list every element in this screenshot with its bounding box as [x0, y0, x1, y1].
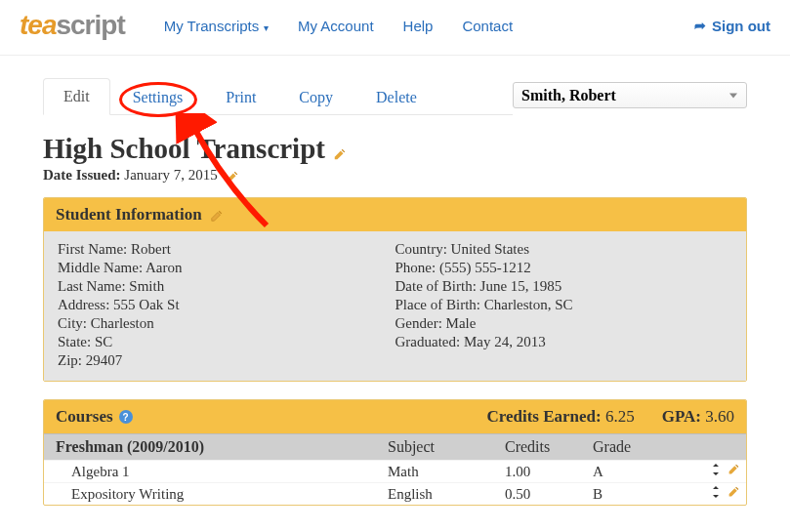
- nav-my-transcripts-label: My Transcripts: [164, 18, 260, 34]
- student-info-body: First Name: Robert Middle Name: Aaron La…: [44, 231, 746, 381]
- city-value: Charleston: [91, 315, 154, 331]
- tab-copy[interactable]: Copy: [278, 79, 353, 115]
- gender-value: Male: [446, 315, 477, 331]
- zip-value: 29407: [86, 352, 123, 368]
- nav-my-account[interactable]: My Account: [298, 18, 374, 34]
- col-grade: Grade: [593, 438, 681, 456]
- edit-course-icon[interactable]: [728, 463, 740, 480]
- logo-part1: tea: [20, 10, 56, 40]
- sign-out-icon: ➦: [694, 18, 706, 33]
- col-subject: Subject: [388, 438, 505, 456]
- date-issued: Date Issued: January 7, 2015: [43, 167, 747, 184]
- student-select[interactable]: Smith, Robert: [513, 82, 747, 108]
- course-grade: B: [593, 486, 681, 503]
- graduated-value: May 24, 2013: [464, 334, 546, 349]
- country-value: United States: [451, 241, 529, 257]
- student-info-header-label: Student Information: [56, 205, 202, 225]
- edit-date-icon[interactable]: [226, 170, 239, 184]
- year-header-row: Freshman (2009/2010) Subject Credits Gra…: [44, 433, 746, 460]
- logo-part2: script: [56, 10, 124, 40]
- course-name: Algebra 1: [71, 464, 388, 480]
- address-label: Address:: [58, 297, 109, 312]
- help-icon[interactable]: ?: [119, 410, 133, 424]
- dob-value: June 15, 1985: [480, 278, 562, 294]
- credits-earned-value: 6.25: [605, 407, 635, 426]
- course-credits: 0.50: [505, 486, 593, 503]
- edit-student-info-icon[interactable]: [210, 208, 224, 222]
- course-subject: Math: [388, 464, 505, 480]
- middle-name-value: Aaron: [146, 260, 183, 275]
- nav-help[interactable]: Help: [403, 18, 434, 34]
- tab-print[interactable]: Print: [205, 79, 276, 115]
- nav-links: My Transcripts ▾ My Account Help Contact…: [164, 18, 770, 34]
- country-label: Country:: [395, 241, 447, 257]
- courses-header: Courses ? Credits Earned: 6.25 GPA: 3.60: [44, 400, 746, 433]
- caret-down-icon: ▾: [261, 22, 269, 33]
- courses-header-label: Courses: [56, 407, 113, 427]
- tab-edit[interactable]: Edit: [43, 78, 110, 115]
- page-title: High School Transcript: [43, 133, 325, 165]
- phone-value: (555) 555-1212: [439, 260, 531, 275]
- tabs-row: Edit Settings Print Copy Delete Smith, R…: [43, 77, 747, 115]
- student-info-header: Student Information: [44, 198, 746, 231]
- pob-label: Place of Birth:: [395, 297, 480, 312]
- title-row: High School Transcript: [43, 133, 747, 165]
- gender-label: Gender:: [395, 315, 442, 331]
- tab-settings-label: Settings: [133, 89, 184, 105]
- reorder-icon[interactable]: [710, 485, 722, 503]
- zip-label: Zip:: [58, 352, 82, 368]
- middle-name-label: Middle Name:: [58, 260, 143, 275]
- gpa-label: GPA:: [662, 407, 701, 426]
- first-name-label: First Name:: [58, 241, 127, 257]
- sign-out-link[interactable]: ➦ Sign out: [694, 18, 770, 34]
- student-info-right-col: Country: United States Phone: (555) 555-…: [395, 241, 733, 371]
- city-label: City:: [58, 315, 87, 331]
- student-select-container: Smith, Robert: [513, 82, 747, 108]
- col-credits: Credits: [505, 438, 593, 456]
- pob-value: Charleston, SC: [484, 297, 573, 312]
- course-row: Algebra 1 Math 1.00 A: [44, 460, 746, 482]
- logo: teascript: [20, 10, 125, 41]
- gpa-value: 3.60: [705, 407, 734, 426]
- last-name-label: Last Name:: [58, 278, 126, 294]
- year-label: Freshman (2009/2010): [56, 438, 388, 456]
- address-value: 555 Oak St: [113, 297, 180, 312]
- tab-delete[interactable]: Delete: [355, 79, 437, 115]
- date-issued-label: Date Issued:: [43, 167, 121, 183]
- course-grade: A: [593, 464, 681, 480]
- credits-earned-label: Credits Earned:: [486, 407, 601, 426]
- state-label: State:: [58, 334, 91, 349]
- tab-bar: Edit Settings Print Copy Delete: [43, 77, 513, 115]
- date-issued-value: January 7, 2015: [124, 167, 217, 183]
- reorder-icon[interactable]: [710, 463, 722, 480]
- nav-contact[interactable]: Contact: [462, 18, 513, 34]
- graduated-label: Graduated:: [395, 334, 461, 349]
- delete-course-icon[interactable]: [746, 463, 747, 480]
- first-name-value: Robert: [131, 241, 171, 257]
- nav-my-transcripts[interactable]: My Transcripts ▾: [164, 18, 269, 34]
- courses-panel: Courses ? Credits Earned: 6.25 GPA: 3.60…: [43, 399, 747, 506]
- course-credits: 1.00: [505, 464, 593, 480]
- course-subject: English: [388, 486, 505, 503]
- edit-course-icon[interactable]: [728, 485, 740, 503]
- sign-out-label: Sign out: [712, 18, 770, 34]
- tab-settings[interactable]: Settings: [112, 79, 204, 115]
- student-info-left-col: First Name: Robert Middle Name: Aaron La…: [58, 241, 395, 371]
- dob-label: Date of Birth:: [395, 278, 477, 294]
- delete-course-icon[interactable]: [746, 485, 747, 503]
- last-name-value: Smith: [129, 278, 164, 294]
- state-value: SC: [95, 334, 112, 349]
- student-info-panel: Student Information First Name: Robert M…: [43, 197, 747, 382]
- phone-label: Phone:: [395, 260, 437, 275]
- course-name: Expository Writing: [71, 486, 388, 503]
- course-row: Expository Writing English 0.50 B: [44, 482, 746, 505]
- top-navbar: teascript My Transcripts ▾ My Account He…: [0, 0, 790, 56]
- edit-title-icon[interactable]: [333, 147, 347, 161]
